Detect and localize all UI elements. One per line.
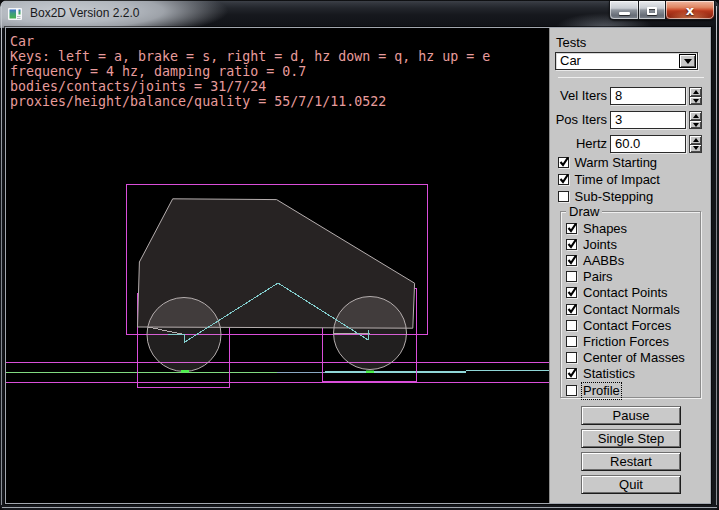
- app-icon: [8, 8, 22, 20]
- window-title: Box2D Version 2.2.0: [30, 0, 139, 26]
- client-inner-edge: [5, 27, 711, 504]
- frame-edge-right: [716, 6, 717, 505]
- maximize-icon: [647, 7, 657, 15]
- app-window: Box2D Version 2.2.0 x CarKeys: left = a,…: [0, 0, 719, 510]
- titlebar[interactable]: Box2D Version 2.2.0 x: [0, 0, 719, 28]
- minimize-icon: [619, 12, 630, 15]
- close-icon: x: [686, 2, 694, 19]
- minimize-button[interactable]: [609, 1, 638, 20]
- maximize-button[interactable]: [638, 1, 665, 20]
- frame-edge-bottom: [2, 507, 717, 508]
- caption-buttons: x: [609, 1, 715, 20]
- close-button[interactable]: x: [665, 1, 715, 20]
- frame-edge-left: [1, 6, 2, 505]
